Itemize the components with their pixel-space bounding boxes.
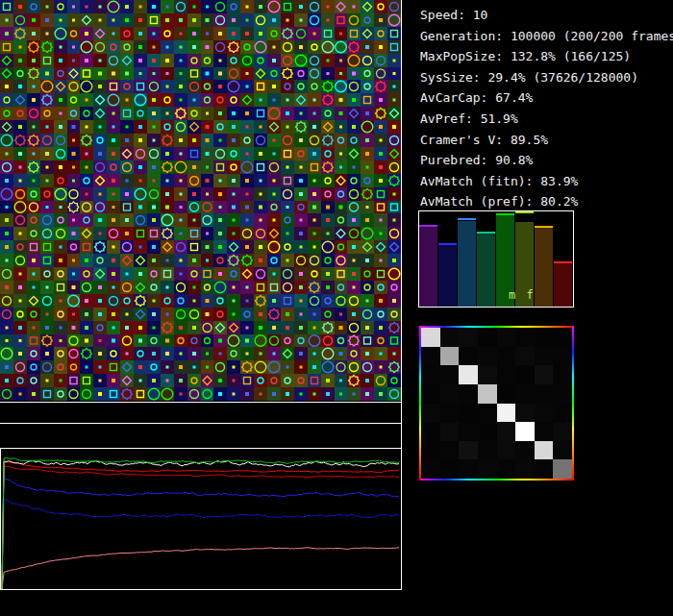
- matrix-cell: [535, 459, 554, 479]
- matrix-cell: [553, 328, 572, 347]
- stat-label: AvMatch (pref):: [420, 194, 533, 209]
- species-bar-orange: [535, 211, 554, 307]
- bar-cap: [496, 213, 514, 215]
- matrix-cell: [515, 441, 535, 460]
- bar-cap: [554, 261, 572, 263]
- matrix-cell: [421, 422, 440, 441]
- matrix-cell: [535, 404, 554, 423]
- matrix-cell: [440, 384, 460, 404]
- matrix-cell: [497, 459, 516, 479]
- matrix-cell: [535, 422, 554, 441]
- matrix-cell: [440, 422, 460, 441]
- matrix-cell: [459, 328, 478, 347]
- matrix-cell: [478, 384, 497, 404]
- matrix-cell: [440, 347, 460, 366]
- matrix-cell: [515, 422, 535, 441]
- stat-value: 51.9%: [481, 111, 518, 126]
- matrix-cell: [459, 384, 478, 404]
- matrix-cell: [497, 384, 516, 404]
- male-female-label: m f: [509, 288, 536, 302]
- stat-label: SysSize:: [420, 70, 481, 85]
- stat-label: Purebred:: [420, 153, 487, 167]
- matrix-cell: [440, 404, 460, 423]
- matrix-cell: [553, 365, 572, 384]
- stat-value: 10: [473, 8, 488, 22]
- bar-fill: [554, 262, 572, 307]
- timeline-separator: [0, 423, 401, 424]
- matrix-border-bottom: [419, 479, 574, 480]
- stat-label: AvCarCap:: [420, 90, 487, 105]
- stat-label: AvMatch (fitn):: [420, 174, 533, 188]
- bar-cap: [477, 232, 495, 234]
- bar-fill: [535, 227, 553, 307]
- stat-line-maxpopsize: MaxPopSize: 132.8% (166/125): [420, 46, 673, 67]
- bar-fill: [438, 244, 457, 307]
- matrix-cells: [421, 328, 572, 479]
- species-bar-chart: m f: [418, 210, 574, 308]
- bar-cap: [419, 225, 437, 227]
- species-bar-red: [554, 211, 573, 307]
- stats-panel: Speed: 10Generation: 100000 (200/200 fra…: [420, 5, 673, 212]
- matrix-cell: [421, 459, 440, 479]
- matrix-cell: [515, 404, 535, 423]
- simulation-grid-canvas[interactable]: [0, 0, 401, 401]
- stat-line-purebred: Purebred: 90.8%: [420, 150, 673, 171]
- stat-line-syssize: SysSize: 29.4% (37626/128000): [420, 67, 673, 88]
- matrix-cell: [478, 459, 497, 479]
- stat-line-cramers-v: Cramer's V: 89.5%: [420, 130, 673, 151]
- stat-value: 83.9%: [540, 174, 578, 188]
- matrix-cell: [421, 384, 440, 404]
- matrix-cell: [535, 384, 554, 404]
- species-bar-azure: [458, 211, 477, 307]
- matrix-border-right: [572, 326, 574, 480]
- matrix-cell: [535, 441, 554, 460]
- stat-value: 100000 (200/200 frames): [511, 29, 673, 43]
- stat-line-avpref: AvPref: 51.9%: [420, 109, 673, 130]
- stat-value: 132.8% (166/125): [511, 49, 631, 63]
- matrix-cell: [440, 328, 460, 347]
- matrix-cell: [553, 422, 572, 441]
- matrix-cell: [421, 365, 440, 384]
- matrix-cell: [459, 441, 478, 460]
- stat-value: 29.4% (37626/128000): [487, 70, 638, 85]
- matrix-cell: [497, 441, 516, 460]
- matrix-cell: [553, 347, 572, 366]
- grid-right-separator: [401, 0, 402, 449]
- species-bar-blue: [438, 211, 458, 307]
- matrix-cell: [478, 365, 497, 384]
- matrix-cell: [553, 404, 572, 423]
- grid-bottom-separator: [0, 402, 401, 403]
- stat-label: Cramer's V:: [420, 133, 503, 147]
- stat-label: Generation:: [420, 29, 503, 43]
- matrix-cell: [515, 347, 535, 366]
- matrix-cell: [421, 404, 440, 423]
- matrix-cell: [421, 328, 440, 347]
- matrix-cell: [497, 404, 516, 423]
- matrix-cell: [497, 422, 516, 441]
- matrix-cell: [440, 441, 460, 460]
- matrix-cell: [459, 347, 478, 366]
- stat-value: 80.2%: [540, 194, 578, 209]
- stat-value: 89.5%: [511, 133, 548, 147]
- stat-line-generation: Generation: 100000 (200/200 frames): [420, 26, 673, 47]
- bar-fill: [419, 226, 437, 307]
- matrix-cell: [515, 459, 535, 479]
- bar-fill: [458, 221, 476, 307]
- bar-cap: [438, 243, 457, 245]
- bar-fill: [477, 233, 495, 307]
- stat-value: 90.8%: [495, 153, 533, 167]
- stat-label: AvPref:: [420, 111, 473, 126]
- stat-label: Speed:: [420, 8, 465, 22]
- matrix-cell: [497, 365, 516, 384]
- matrix-cell: [440, 365, 460, 384]
- matrix-cell: [421, 441, 440, 460]
- matrix-cell: [515, 365, 535, 384]
- matrix-cell: [535, 365, 554, 384]
- stat-line-speed: Speed: 10: [420, 5, 673, 26]
- matrix-cell: [478, 328, 497, 347]
- stat-label: MaxPopSize:: [420, 49, 503, 63]
- matrix-cell: [440, 459, 460, 479]
- species-similarity-matrix: [419, 326, 574, 480]
- matrix-cell: [553, 384, 572, 404]
- species-bars: [419, 211, 573, 307]
